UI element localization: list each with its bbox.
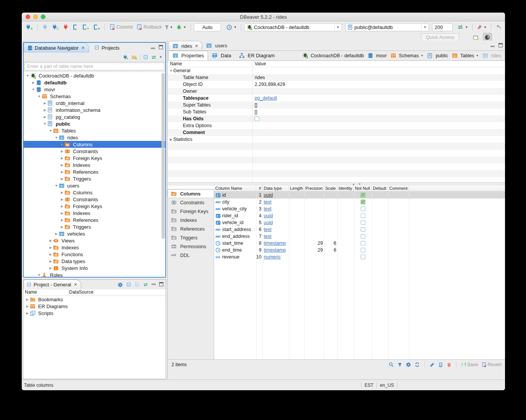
not-null-checkbox[interactable] (361, 227, 365, 232)
data-type-link[interactable]: text (264, 199, 271, 205)
connect-button[interactable] (41, 23, 49, 31)
editor-tab-users[interactable]: users (202, 41, 231, 50)
sidebar-item-ddl[interactable]: <>TDDL (168, 251, 214, 260)
tree-item-functions[interactable]: ▶Functions (24, 251, 165, 258)
tree-item-tables[interactable]: ▼Tables (24, 127, 165, 134)
breadcrumb-cockroachdb-defaultdb[interactable]: CockroachDB - defaultdb (302, 52, 365, 59)
expander-open-icon[interactable]: ▼ (31, 88, 36, 91)
properties-col-name[interactable]: Name (168, 61, 252, 67)
transaction-mode-button[interactable] (71, 23, 79, 31)
subtab-data[interactable]: Data (208, 51, 235, 60)
sidebar-item-indexes[interactable]: Indexes (168, 216, 214, 225)
tree-item-triggers[interactable]: ▶Triggers (24, 223, 165, 230)
property-row-has-oids[interactable]: Has Oids (168, 115, 505, 122)
grid-row-vehicle_city[interactable]: ABCvehicle_city3text (214, 205, 505, 212)
connection-selector[interactable]: CockroachDB - defaultdb ▼ (244, 23, 342, 31)
breadcrumb-movr[interactable]: movr (367, 52, 387, 59)
expander-closed-icon[interactable]: ▶ (42, 115, 47, 119)
collapse-all-icon[interactable] (143, 54, 148, 60)
connection-selector-arrow[interactable]: ▼ (334, 24, 341, 31)
property-row-object-id[interactable]: Object ID2,293,998,429 (168, 81, 505, 88)
grid-row-end_address[interactable]: ABCend_address7text (214, 233, 505, 240)
filter-icon[interactable] (397, 362, 402, 367)
chevron-down-icon[interactable]: ▼ (421, 54, 423, 57)
project-item-bookmarks[interactable]: ▶Bookmarks (23, 296, 166, 303)
not-null-checkbox[interactable] (361, 207, 365, 211)
expander-closed-icon[interactable]: ▶ (60, 150, 65, 153)
grid-row-end_time[interactable]: end_time9timestamp296 (214, 247, 505, 254)
expander-closed-icon[interactable]: ▶ (48, 260, 53, 263)
data-type-link[interactable]: timestamp (264, 241, 286, 246)
data-type-link[interactable]: uuid (264, 213, 273, 218)
expander-closed-icon[interactable]: ▶ (60, 205, 65, 208)
expander-closed-icon[interactable]: ▶ (60, 170, 65, 174)
back-button[interactable] (494, 23, 503, 31)
grid-header-data-type[interactable]: Data type (263, 186, 289, 191)
data-type-link[interactable]: uuid (264, 220, 273, 225)
tree-item-cockroachdb-defaultdb[interactable]: ▼CockroachDB - defaultdb (24, 72, 165, 79)
close-icon[interactable]: ✕ (195, 44, 198, 48)
property-row-owner[interactable]: Owner (168, 88, 505, 95)
pane-splitter[interactable]: ▲ ▼ (168, 182, 505, 186)
expander-closed-icon[interactable]: ▶ (60, 191, 65, 194)
gear-icon[interactable] (406, 362, 411, 367)
property-row-tablespace[interactable]: Tablespacepg_default (168, 95, 505, 102)
data-type-link[interactable]: text (264, 234, 271, 239)
tree-item-movr[interactable]: ▼movr (24, 86, 165, 93)
tree-item-indexes[interactable]: ▶Indexes (24, 210, 165, 216)
expander-open-icon[interactable]: ▼ (37, 95, 42, 98)
save-button[interactable]: Save (461, 362, 478, 367)
tree-item-defaultdb[interactable]: ▶defaultdb (24, 79, 165, 86)
transaction-log-button[interactable]: T▼ (164, 24, 174, 31)
tree-item-system-info[interactable]: ▶System Info (24, 265, 165, 271)
tree-item-indexes[interactable]: ▶Indexes (24, 244, 165, 251)
tree-item-roles[interactable]: ▼Roles (24, 271, 165, 277)
breadcrumb-schemas[interactable]: Schemas▼ (390, 52, 424, 59)
tree-item-data-types[interactable]: ▶Data types (24, 258, 165, 265)
table-filter-input[interactable] (27, 64, 162, 69)
transaction-history-button[interactable]: ▼ (225, 24, 238, 31)
not-null-checkbox[interactable] (361, 248, 365, 252)
maximize-view-icon[interactable] (159, 282, 163, 286)
tree-item-triggers[interactable]: ▶Triggers (24, 175, 165, 182)
tree-item-information-schema[interactable]: ▶information_schema (24, 107, 165, 113)
properties-col-value[interactable]: Value (252, 61, 266, 67)
schema-selector-arrow[interactable]: ▼ (421, 24, 428, 31)
data-type-link[interactable]: uuid (264, 192, 273, 198)
expander-closed-icon[interactable]: ▶ (60, 218, 65, 222)
grid-header--[interactable]: # (256, 186, 263, 191)
debug-button[interactable]: ▼ (175, 24, 187, 31)
edit-pencil-icon[interactable] (429, 362, 435, 367)
tree-item-users[interactable]: ▼users (24, 182, 165, 189)
expander-closed-icon[interactable]: ▶ (48, 253, 53, 256)
close-icon[interactable]: ✕ (81, 45, 85, 50)
grid-header-length[interactable]: Length (289, 186, 304, 191)
tree-item-columns[interactable]: ▶Columns (24, 141, 165, 148)
tree-item-views[interactable]: ▶Views (24, 237, 165, 244)
refresh-icon[interactable] (415, 362, 420, 367)
tab-database-navigator[interactable]: Database Navigator ✕ (24, 43, 89, 53)
expander-closed-icon[interactable]: ▶ (60, 225, 65, 229)
tree-item-columns[interactable]: ▶Columns (24, 189, 165, 196)
sidebar-item-references[interactable]: References (168, 225, 214, 233)
schema-selector[interactable]: public@defaultdb ▼ (345, 23, 429, 31)
expander-open-icon[interactable]: ▼ (54, 184, 59, 187)
sidebar-item-constraints[interactable]: Constraints (168, 198, 214, 207)
not-null-checkbox[interactable] (361, 255, 365, 259)
grid-header-comment[interactable]: Comment (388, 186, 409, 191)
chevron-down-icon[interactable]: ▼ (476, 54, 479, 57)
expander-closed-icon[interactable]: ▶ (48, 246, 53, 249)
expander-closed-icon[interactable]: ▶ (48, 239, 53, 242)
connect-plus-icon[interactable] (123, 55, 129, 60)
new-folder-icon[interactable] (131, 55, 137, 60)
expander-closed-icon[interactable]: ▶ (60, 157, 65, 160)
subtab-properties[interactable]: Properties (168, 51, 208, 60)
expander-closed-icon[interactable]: ▶ (48, 267, 53, 270)
data-type-link[interactable]: text (264, 227, 271, 232)
commit-button[interactable]: Commit (108, 23, 134, 31)
maximize-view-icon[interactable] (159, 45, 163, 49)
property-row-table-name[interactable]: Table Namerides (168, 74, 505, 81)
breadcrumb-tables[interactable]: Tables▼ (451, 52, 479, 59)
settings-gear-icon[interactable] (118, 281, 123, 288)
grid-header-scale[interactable]: Scale (324, 186, 337, 191)
